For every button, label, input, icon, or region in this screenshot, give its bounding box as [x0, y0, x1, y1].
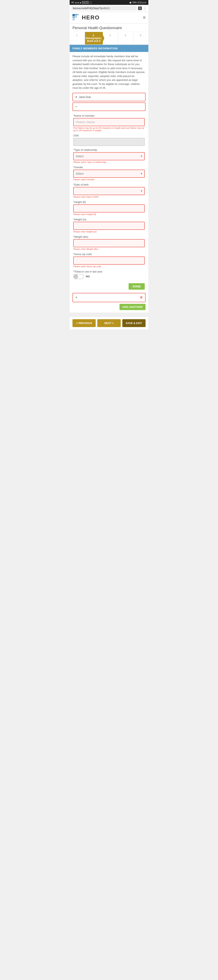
member-minus-row[interactable]: − — [73, 102, 145, 111]
name-field-group: *Name of member First Name may be up to … — [73, 114, 145, 132]
battery-level: 78% — [132, 1, 137, 4]
add-another-btn-row: ADD ANOTHER — [73, 302, 145, 310]
height-ft-field-group: *Height (ft) Please enter Height (ft) — [73, 200, 145, 215]
tobacco-toggle-label: NO — [86, 275, 90, 278]
step-3-label: 3. — [109, 34, 111, 37]
dob-select-wrapper: ▼ — [73, 187, 145, 195]
step-3[interactable]: 3. — [103, 32, 118, 45]
logo-icon — [73, 14, 81, 21]
ssn-field-group: SSN — [73, 134, 145, 146]
relationship-field-group: *Type of relationship Select Spouse Natu… — [73, 148, 145, 163]
signal-bars: ▲▲▲ — [75, 1, 82, 4]
name-input[interactable] — [73, 118, 145, 126]
bottom-nav: < PREVIOUS NEXT > SAVE & EXIT — [70, 317, 148, 329]
weight-error: Please enter Weight (lbs) — [73, 248, 145, 250]
add-another-button[interactable]: ADD ANOTHER — [120, 304, 145, 310]
gender-select[interactable]: Select Male Female — [73, 170, 145, 178]
status-right: ▣ 78% 5:31 p.m. — [130, 1, 147, 4]
member-name: Jane Doe — [79, 95, 91, 99]
toggle-thumb — [74, 274, 78, 279]
app-header: HERO ≡ — [70, 12, 148, 24]
logo: HERO — [73, 14, 100, 21]
browser-bar: 1 ⋮ — [70, 5, 148, 12]
steps-bar: 1. 2. Demographic, Build and D 3. 4. 5. — [70, 32, 148, 45]
step-2[interactable]: 2. Demographic, Build and D — [85, 32, 103, 45]
step-5-label: 5. — [140, 34, 142, 37]
zip-input[interactable] — [73, 256, 145, 265]
tab-count[interactable]: 1 — [138, 6, 142, 10]
sim-icon: ▣ — [130, 1, 131, 4]
content-area: Please include all immediate family memb… — [70, 52, 148, 312]
info-text: Please include all immediate family memb… — [73, 54, 145, 90]
gender-error: Please select Gender — [73, 178, 145, 181]
dob-label: *Date of birth — [73, 183, 145, 186]
add-another-x-icon[interactable]: ✕ — [140, 295, 143, 300]
svg-rect-1 — [75, 14, 77, 16]
tobacco-field-group: *Tobacco use in last year NO — [73, 270, 145, 279]
volte-badge: VoLTE — [82, 1, 88, 4]
relationship-error: Please select Type of relationship — [73, 161, 145, 163]
step-4-label: 4. — [125, 34, 126, 37]
relationship-label: *Type of relationship — [73, 148, 145, 151]
svg-rect-2 — [73, 17, 75, 18]
section-header: FAMILY MEMBERS INFORMATION — [70, 45, 148, 52]
weight-label: *Weight (lbs) — [73, 235, 145, 238]
tobacco-label: *Tobacco use in last year — [73, 270, 145, 273]
member-plus-icon: + — [75, 95, 77, 99]
url-bar[interactable] — [71, 6, 137, 11]
member-form: *Name of member First Name may be up to … — [73, 114, 145, 290]
zip-error: Please enter Home zip code — [73, 265, 145, 268]
name-error: First Name may be up to 20 characters in… — [73, 127, 145, 132]
logo-text: HERO — [82, 14, 100, 21]
relationship-select-wrapper: Select Spouse Natural Child Stepchild ▼ — [73, 152, 145, 160]
gender-field-group: *Gender Select Male Female ▼ Please sele… — [73, 166, 145, 181]
name-label: *Name of member — [73, 114, 145, 117]
relationship-select[interactable]: Select Spouse Natural Child Stepchild — [73, 152, 145, 160]
add-another-row: + ✕ — [73, 293, 145, 302]
height-in-error: Please enter Height (in) — [73, 231, 145, 233]
height-ft-input[interactable] — [73, 204, 145, 212]
height-ft-error: Please enter Height (ft) — [73, 213, 145, 215]
headset-icon: 🎧 — [89, 1, 92, 4]
height-in-field-group: *Height (in) Please enter Height (in) — [73, 218, 145, 233]
weight-input[interactable] — [73, 239, 145, 247]
step-4[interactable]: 4. — [118, 32, 133, 45]
step-1[interactable]: 1. — [70, 32, 85, 45]
status-left: 4G ▲▲▲ VoLTE 🎧 — [71, 1, 92, 4]
time-display: 5:31 p.m. — [137, 1, 147, 4]
tobacco-toggle-row: NO — [73, 274, 145, 279]
save-exit-button[interactable]: SAVE & EXIT — [122, 319, 145, 327]
next-button[interactable]: NEXT > — [97, 319, 120, 327]
gender-select-wrapper: Select Male Female ▼ — [73, 170, 145, 178]
previous-button[interactable]: < PREVIOUS — [73, 319, 96, 327]
step-5[interactable]: 5. — [133, 32, 148, 45]
browser-menu-icon[interactable]: ⋮ — [143, 6, 147, 11]
member-jane-row[interactable]: + Jane Doe — [73, 93, 145, 101]
step-2-label: 2. Demographic, Build and D — [86, 34, 102, 43]
step-1-label: 1. — [76, 34, 78, 37]
done-row: DONE — [73, 282, 145, 290]
svg-rect-0 — [73, 14, 75, 16]
carrier-icon: 4G — [71, 1, 74, 4]
height-ft-label: *Height (ft) — [73, 200, 145, 204]
dob-select[interactable] — [73, 187, 145, 195]
svg-rect-3 — [75, 16, 77, 18]
add-another-plus-icon: + — [75, 295, 77, 299]
status-bar: 4G ▲▲▲ VoLTE 🎧 ▣ 78% 5:31 p.m. — [70, 0, 148, 5]
height-in-label: *Height (in) — [73, 218, 145, 221]
height-in-input[interactable] — [73, 222, 145, 230]
tobacco-toggle[interactable] — [73, 274, 84, 279]
page-title: Personal Health Questionnaire — [70, 24, 148, 32]
zip-label: *Home zip code — [73, 253, 145, 256]
svg-rect-5 — [77, 14, 79, 15]
minus-icon: − — [75, 105, 77, 108]
svg-rect-4 — [73, 19, 75, 21]
weight-field-group: *Weight (lbs) Please enter Weight (lbs) — [73, 235, 145, 250]
done-button[interactable]: DONE — [129, 283, 145, 290]
dob-error: Please enter Date of birth — [73, 196, 145, 198]
gender-label: *Gender — [73, 166, 145, 169]
hamburger-icon[interactable]: ≡ — [143, 15, 145, 20]
ssn-input[interactable] — [73, 138, 145, 146]
zip-field-group: *Home zip code Please enter Home zip cod… — [73, 253, 145, 268]
ssn-label: SSN — [73, 134, 145, 137]
